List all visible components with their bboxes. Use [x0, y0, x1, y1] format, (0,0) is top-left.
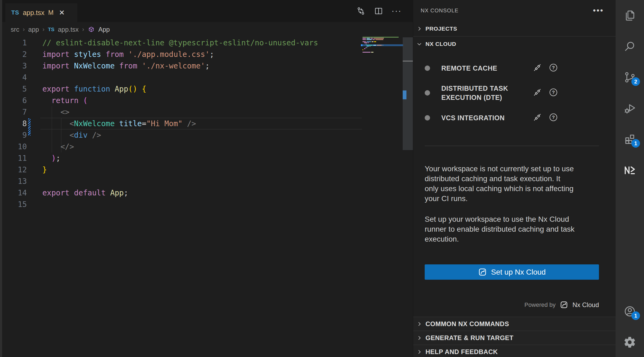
breadcrumb-item[interactable]: app.tsx	[58, 26, 79, 33]
code-line-2: import styles from './app.module.css';	[42, 49, 318, 60]
help-icon[interactable]: ?	[549, 88, 558, 98]
close-tab-icon[interactable]: ✕	[59, 9, 65, 17]
chevron-down-icon	[416, 41, 422, 47]
activity-bar-accounts-icon[interactable]: 1	[623, 305, 636, 318]
split-editor-icon[interactable]	[374, 6, 383, 16]
setup-button-label: Set up Nx Cloud	[491, 268, 546, 276]
git-modified-badge: M	[48, 9, 54, 16]
connect-icon[interactable]	[532, 63, 542, 74]
section-label: HELP AND FEEDBACK	[425, 348, 498, 356]
minimap[interactable]	[362, 37, 403, 54]
panel-header: NX CONSOLE •••	[413, 0, 616, 21]
editor-actions: ···	[356, 6, 402, 16]
typescript-file-icon: TS	[11, 9, 19, 16]
section-label: GENERATE & RUN TARGET	[425, 334, 513, 342]
line-number: 13	[0, 176, 27, 187]
activity-bar: 21 1	[616, 0, 644, 357]
minimap-line	[362, 39, 403, 40]
section-label: NX CLOUD	[425, 41, 456, 47]
activity-bar-bottom: 1	[616, 305, 644, 357]
status-dot-icon	[425, 90, 430, 96]
connect-icon[interactable]	[532, 112, 542, 123]
nx-cloud-feature-list: REMOTE CACHE?DISTRIBUTED TASK EXECUTION …	[425, 58, 599, 128]
activity-bar-settings-icon[interactable]	[623, 336, 636, 349]
feature-label: REMOTE CACHE	[441, 64, 532, 73]
code-editor[interactable]: 123456789101112131415 // eslint-disable-…	[0, 37, 413, 357]
section-projects[interactable]: PROJECTS	[413, 21, 616, 36]
section-nx-cloud[interactable]: NX CLOUD	[413, 36, 616, 51]
help-icon[interactable]: ?	[549, 63, 558, 74]
code-line-6: return (	[42, 95, 318, 106]
code-line-10: </>	[42, 141, 318, 152]
badge-count: 1	[631, 311, 640, 320]
code-line-13	[42, 176, 318, 187]
line-number: 12	[0, 164, 27, 176]
code-line-7: <>	[42, 106, 318, 118]
code-line-9: <div />	[42, 129, 318, 141]
section-help-and-feedback[interactable]: HELP AND FEEDBACK	[413, 345, 616, 357]
minimap-line	[362, 40, 403, 41]
more-actions-icon[interactable]: ···	[391, 6, 402, 16]
activity-bar-source-control-icon[interactable]: 2	[623, 71, 636, 84]
line-number: 5	[0, 83, 27, 95]
tab-bar: TS app.tsx M ✕ ···	[0, 0, 413, 22]
nx-cloud-logo-icon	[560, 301, 568, 309]
open-changes-icon[interactable]	[356, 6, 366, 16]
activity-bar-extensions-icon[interactable]: 1	[623, 133, 636, 145]
activity-bar-search-icon[interactable]	[623, 40, 636, 53]
panel-title: NX CONSOLE	[421, 8, 458, 14]
collapsed-sections: COMMON NX COMMANDSGENERATE & RUN TARGETH…	[413, 317, 616, 357]
code-line-11: );	[42, 152, 318, 164]
line-number: 3	[0, 60, 27, 72]
activity-bar-run-debug-icon[interactable]	[623, 102, 636, 115]
minimap-line	[362, 48, 403, 49]
code-line-1: // eslint-disable-next-line @typescript-…	[42, 37, 318, 49]
typescript-file-icon: TS	[48, 27, 54, 32]
chevron-right-icon	[416, 321, 422, 327]
breadcrumb-item[interactable]: App	[98, 26, 110, 33]
code-line-3: import NxWelcome from './nx-welcome';	[42, 60, 318, 72]
line-number: 15	[0, 199, 27, 210]
overview-ruler-modified-mark	[403, 90, 406, 99]
nx-cloud-feature-remote-cache: REMOTE CACHE?	[425, 58, 599, 78]
tab-title: app.tsx	[23, 9, 45, 17]
minimap-line	[362, 38, 403, 39]
breadcrumb-separator: ›	[42, 26, 44, 33]
code-line-14: export default App;	[42, 187, 318, 199]
line-number: 4	[0, 72, 27, 83]
workspace-status-text: Your workspace is not currently set up t…	[425, 164, 599, 203]
code-line-12: }	[42, 164, 318, 176]
code-line-15	[42, 199, 318, 210]
breadcrumb-item[interactable]: app	[28, 26, 39, 33]
feature-label: DISTRIBUTED TASK EXECUTION (DTE)	[441, 84, 532, 102]
panel-more-actions-icon[interactable]: •••	[593, 9, 604, 12]
line-number: 8	[0, 118, 27, 129]
setup-nx-cloud-button[interactable]: Set up Nx Cloud	[425, 264, 599, 280]
overview-ruler-cursor-mark	[403, 61, 413, 61]
line-numbers-gutter: 123456789101112131415	[0, 37, 27, 210]
powered-by-label: Powered by	[524, 301, 556, 308]
line-number: 2	[0, 49, 27, 60]
breadcrumb-item[interactable]: src	[11, 26, 19, 33]
tab-app-tsx[interactable]: TS app.tsx M ✕	[5, 3, 77, 22]
breadcrumb-separator: ›	[23, 26, 25, 33]
gutter-modified-marker	[28, 118, 31, 136]
help-icon[interactable]: ?	[549, 112, 558, 123]
line-number: 7	[0, 106, 27, 118]
divider	[425, 146, 599, 146]
chevron-right-icon	[416, 349, 422, 355]
connect-icon[interactable]	[532, 88, 542, 98]
nx-cloud-feature-vcs-integration: VCS INTEGRATION?	[425, 108, 599, 128]
activity-bar-nx-console-icon[interactable]	[623, 163, 636, 176]
status-dot-icon	[425, 65, 430, 71]
minimap-line	[362, 51, 403, 52]
section-common-nx-commands[interactable]: COMMON NX COMMANDS	[413, 317, 616, 331]
nx-console-panel: NX CONSOLE ••• PROJECTS NX CLOUD REMOTE …	[413, 0, 616, 357]
section-label: PROJECTS	[425, 26, 457, 32]
section-generate-run-target[interactable]: GENERATE & RUN TARGET	[413, 331, 616, 345]
chevron-right-icon	[416, 335, 422, 341]
activity-bar-explorer-icon[interactable]	[623, 9, 636, 22]
code-content: // eslint-disable-next-line @typescript-…	[42, 37, 318, 210]
window-left-edge	[0, 0, 2, 357]
status-dot-icon	[425, 115, 430, 121]
